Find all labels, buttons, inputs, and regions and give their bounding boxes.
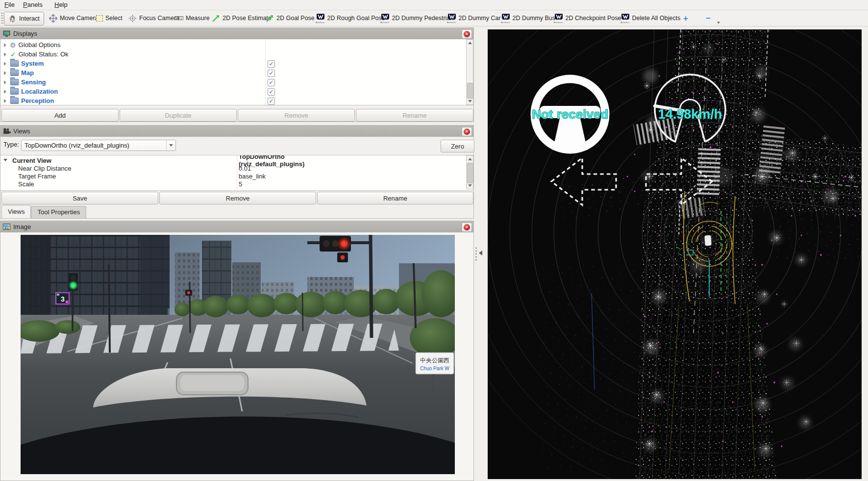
tool-2d-dummy-car[interactable]: Autoware 2D Dummy Car bbox=[447, 12, 501, 25]
add-button[interactable]: Add bbox=[1, 109, 119, 122]
folder-icon bbox=[10, 98, 19, 104]
expander-icon[interactable] bbox=[4, 80, 6, 84]
remove-tool-button[interactable]: − bbox=[706, 12, 711, 25]
3d-viewport[interactable]: Not received 14.98km/h bbox=[488, 29, 862, 479]
tool-2d-dummy-pedestrian[interactable]: Autoware 2D Dummy Pedestrian bbox=[380, 12, 453, 25]
image-panel-header[interactable]: Image ✕ bbox=[0, 221, 473, 232]
tool-focus-camera[interactable]: Focus Camera bbox=[128, 12, 179, 25]
tab-views[interactable]: Views bbox=[1, 205, 31, 218]
minus-icon: − bbox=[706, 14, 711, 23]
camera-image: 3 中央公園西 Chuo Park W bbox=[21, 235, 455, 474]
move-arrows-icon bbox=[49, 14, 57, 23]
display-row-global-status[interactable]: ✓ Global Status: Ok bbox=[0, 50, 69, 59]
scroll-up-icon[interactable] bbox=[467, 40, 473, 46]
toolbar-grip[interactable] bbox=[1, 13, 3, 24]
ruler-icon bbox=[174, 16, 183, 20]
duplicate-button[interactable]: Duplicate bbox=[120, 109, 237, 122]
remove-view-button[interactable]: Remove bbox=[159, 192, 316, 204]
save-view-button[interactable]: Save bbox=[1, 192, 158, 204]
display-row-sensing[interactable]: Sensing bbox=[0, 77, 46, 87]
tool-interact[interactable]: Interact bbox=[4, 12, 44, 25]
expander-icon[interactable] bbox=[4, 99, 6, 103]
expander-icon[interactable] bbox=[4, 71, 6, 75]
views-panel-title: Views bbox=[13, 127, 30, 135]
rename-display-button[interactable]: Rename bbox=[356, 109, 473, 122]
view-row-scale[interactable]: Scale 5 bbox=[0, 180, 34, 188]
checkbox-system[interactable]: ✓ bbox=[268, 60, 275, 68]
splitter-grip[interactable] bbox=[475, 248, 477, 260]
display-row-system[interactable]: System bbox=[0, 59, 44, 68]
expander-icon[interactable] bbox=[4, 90, 6, 94]
expander-icon[interactable] bbox=[4, 62, 6, 66]
checkbox-localization[interactable]: ✓ bbox=[268, 88, 275, 96]
tab-tool-properties[interactable]: Tool Properties bbox=[31, 206, 86, 218]
menu-help[interactable]: Help bbox=[52, 0, 70, 10]
tool-2d-dummy-bus[interactable]: Autoware 2D Dummy Bus bbox=[501, 12, 555, 25]
picture-icon bbox=[3, 224, 10, 230]
display-row-map[interactable]: Map bbox=[0, 68, 34, 77]
tool-2d-pose-estimate[interactable]: 2D Pose Estimate bbox=[212, 12, 272, 25]
scrollbar-thumb[interactable] bbox=[467, 83, 473, 99]
checkbox-perception[interactable]: ✓ bbox=[268, 98, 275, 105]
menu-panels[interactable]: Panels bbox=[21, 0, 45, 10]
gear-icon: ⚙ bbox=[10, 42, 16, 49]
camera-scene: 3 中央公園西 Chuo Park W bbox=[21, 235, 455, 474]
scrollbar-thumb[interactable] bbox=[467, 163, 473, 183]
tool-measure[interactable]: Measure bbox=[174, 12, 210, 25]
column-separator bbox=[237, 155, 237, 190]
views-scrollbar[interactable] bbox=[466, 155, 473, 189]
camera-view-icon bbox=[3, 128, 10, 134]
tool-delete-all-objects[interactable]: Autoware Delete All Objects bbox=[620, 12, 680, 25]
view-row-current-view[interactable]: Current View TopDownOrtho (rviz_default_… bbox=[0, 156, 51, 164]
autoware-logo-icon bbox=[447, 13, 456, 22]
view-row-target-frame[interactable]: Target Frame base_link bbox=[0, 172, 56, 180]
display-row-global-options[interactable]: ⚙ Global Options bbox=[0, 40, 61, 50]
displays-scrollbar[interactable] bbox=[466, 39, 473, 105]
image-close-button[interactable]: ✕ bbox=[462, 223, 472, 232]
tool-select[interactable]: Select bbox=[96, 12, 123, 25]
display-row-localization[interactable]: Localization bbox=[0, 87, 58, 96]
view-type-combobox[interactable]: TopDownOrtho (rviz_default_plugins) bbox=[21, 140, 176, 151]
view-row-near-clip[interactable]: Near Clip Distance 0.01 bbox=[0, 164, 71, 172]
expander-icon[interactable] bbox=[4, 43, 6, 47]
checkbox-map[interactable]: ✓ bbox=[268, 70, 275, 77]
column-separator bbox=[265, 39, 266, 105]
expander-icon[interactable] bbox=[3, 159, 7, 163]
displays-panel-header[interactable]: Displays ✕ bbox=[0, 28, 473, 39]
monitor-icon bbox=[3, 30, 10, 37]
zero-button[interactable]: Zero bbox=[441, 140, 474, 152]
steering-status-text: Not received bbox=[532, 107, 608, 122]
ok-check-icon: ✓ bbox=[10, 51, 16, 58]
type-label: Type: bbox=[3, 141, 19, 148]
remove-display-button[interactable]: Remove bbox=[238, 109, 355, 122]
countdown-marker: 3 bbox=[56, 293, 69, 304]
tool-2d-goal-pose[interactable]: 2D Goal Pose bbox=[266, 12, 315, 25]
tool-2d-rough-goal-pose[interactable]: Autoware 2D Rough Goal Pose bbox=[316, 12, 385, 25]
image-panel-title: Image bbox=[13, 223, 31, 230]
views-close-button[interactable]: ✕ bbox=[462, 127, 472, 136]
chevron-down-icon bbox=[166, 140, 175, 151]
toolbar-overflow-button[interactable] bbox=[717, 16, 720, 29]
selection-box-icon bbox=[96, 15, 103, 22]
views-panel-header[interactable]: Views ✕ bbox=[0, 126, 473, 137]
svg-text:3: 3 bbox=[61, 295, 65, 303]
menu-file[interactable]: File bbox=[2, 0, 17, 10]
expander-icon[interactable] bbox=[4, 52, 6, 56]
add-tool-button[interactable]: + bbox=[683, 12, 688, 25]
close-icon: ✕ bbox=[464, 128, 470, 135]
tool-move-camera[interactable]: Move Camera bbox=[49, 12, 99, 25]
rename-view-button[interactable]: Rename bbox=[317, 192, 473, 204]
collapse-left-icon[interactable] bbox=[479, 251, 482, 255]
scroll-down-icon[interactable] bbox=[467, 98, 473, 104]
displays-tree: ⚙ Global Options ✓ Global Status: Ok Sys… bbox=[0, 39, 473, 105]
autoware-logo-icon bbox=[621, 13, 629, 22]
scroll-up-icon[interactable] bbox=[467, 156, 473, 162]
checkbox-sensing[interactable]: ✓ bbox=[268, 79, 275, 86]
green-pose-arrow-icon bbox=[212, 14, 220, 23]
chevron-down-icon bbox=[717, 22, 720, 24]
panel-splitter[interactable] bbox=[474, 26, 488, 481]
displays-close-button[interactable]: ✕ bbox=[462, 29, 472, 39]
tool-2d-checkpoint-pose[interactable]: Autoware 2D Checkpoint Pose bbox=[554, 12, 621, 25]
plus-icon: + bbox=[683, 14, 688, 23]
display-row-perception[interactable]: Perception bbox=[0, 96, 54, 105]
